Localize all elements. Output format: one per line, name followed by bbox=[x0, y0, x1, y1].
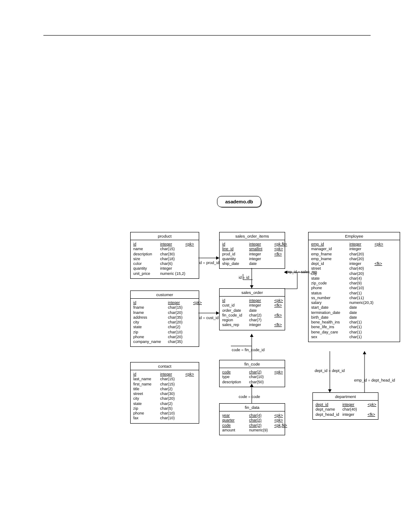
column-row: namechar(15) bbox=[133, 247, 196, 251]
column-name: dept_id bbox=[311, 261, 349, 266]
column-name: status bbox=[311, 291, 349, 296]
column-row: birth_datedate bbox=[311, 315, 397, 320]
entity-columns: idinteger<pk>namechar(15)descriptionchar… bbox=[131, 240, 199, 278]
column-name: start_date bbox=[311, 305, 349, 310]
column-key bbox=[274, 375, 287, 379]
column-key: <pk> bbox=[274, 370, 287, 375]
column-key: <fk> bbox=[368, 412, 381, 417]
column-key bbox=[185, 377, 198, 382]
column-name: id bbox=[222, 298, 249, 303]
column-key bbox=[185, 261, 198, 266]
column-key: <pk> bbox=[185, 372, 198, 377]
column-row: manager_idinteger bbox=[311, 247, 397, 251]
column-name: amount bbox=[222, 428, 249, 433]
entity-sales-order-items: sales_order_items idinteger<pk,fk>line_i… bbox=[219, 232, 285, 269]
column-key bbox=[368, 407, 381, 412]
column-name: cust_id bbox=[222, 303, 249, 308]
column-key: <fk> bbox=[274, 323, 287, 327]
column-key: <pk> bbox=[375, 242, 388, 247]
column-type: smallint bbox=[249, 247, 274, 251]
column-row: statuschar(1) bbox=[311, 291, 397, 296]
column-type: integer bbox=[168, 300, 193, 305]
column-type: char(2) bbox=[160, 387, 185, 392]
column-name: year bbox=[222, 413, 249, 418]
column-type: char(20) bbox=[349, 257, 375, 261]
column-key: <pk> bbox=[274, 247, 287, 251]
column-row: sizechar(18) bbox=[133, 257, 196, 261]
column-key bbox=[375, 257, 388, 261]
column-type: char(40) bbox=[342, 407, 368, 412]
column-type: numeric(9) bbox=[249, 428, 274, 433]
column-row: regionchar(7) bbox=[222, 318, 282, 323]
column-row: zipchar(10) bbox=[133, 330, 196, 335]
column-key bbox=[185, 271, 198, 276]
column-name: address bbox=[133, 315, 168, 320]
column-key bbox=[375, 281, 388, 286]
column-type: char(7) bbox=[249, 318, 274, 323]
column-row: citychar(20) bbox=[311, 271, 397, 276]
column-row: bene_life_inschar(1) bbox=[311, 325, 397, 330]
column-type: char(10) bbox=[349, 286, 375, 290]
column-row: codechar(2)<pk> bbox=[222, 370, 282, 375]
column-name: fname bbox=[133, 305, 168, 310]
column-name: color bbox=[133, 261, 160, 266]
column-row: cust_idinteger<fk> bbox=[222, 303, 282, 308]
column-key: <pk,fk> bbox=[274, 423, 287, 428]
column-type: char(10) bbox=[160, 416, 185, 421]
column-key bbox=[185, 416, 198, 421]
entity-fin-data: fin_data yearchar(4)<pk>quarterchar(2)<p… bbox=[219, 403, 285, 435]
column-type: char(1) bbox=[349, 320, 375, 325]
column-type: char(15) bbox=[168, 305, 193, 310]
column-row: phonechar(10) bbox=[133, 411, 196, 416]
entity-contact: contact idinteger<pk>last_namechar(15)fi… bbox=[130, 362, 199, 424]
column-key bbox=[274, 257, 287, 261]
column-key: <pk,fk> bbox=[274, 242, 287, 247]
column-key: <pk> bbox=[274, 413, 287, 418]
column-row: start_datedate bbox=[311, 305, 397, 310]
column-key bbox=[185, 252, 198, 257]
column-type: char(20) bbox=[349, 271, 375, 276]
column-type: char(6) bbox=[160, 261, 185, 266]
column-key bbox=[375, 296, 388, 300]
column-type: integer bbox=[349, 261, 375, 266]
column-type: char(4) bbox=[349, 276, 375, 281]
entity-columns: idinteger<pk,fk>line_idsmallint<pk>prod_… bbox=[220, 240, 285, 268]
column-name: code bbox=[222, 423, 249, 428]
column-row: dept_idinteger<fk> bbox=[311, 261, 397, 266]
column-key bbox=[375, 247, 388, 251]
column-type: date bbox=[349, 315, 375, 320]
column-name: bene_life_ins bbox=[311, 325, 349, 330]
column-name: bene_health_ins bbox=[311, 320, 349, 325]
column-key bbox=[375, 252, 388, 257]
column-key: <fk> bbox=[375, 261, 388, 266]
entity-columns: yearchar(4)<pk>quarterchar(2)<pk>codecha… bbox=[220, 411, 285, 435]
column-key bbox=[185, 406, 198, 411]
column-row: citychar(20) bbox=[133, 396, 196, 401]
column-name: lname bbox=[133, 310, 168, 315]
column-name: emp_id bbox=[311, 242, 349, 247]
column-type: integer bbox=[249, 303, 274, 308]
column-name: state bbox=[133, 325, 168, 330]
entity-columns: idinteger<pk>fnamechar(15)lnamechar(20)a… bbox=[131, 299, 199, 346]
column-key bbox=[375, 305, 388, 310]
column-row: line_idsmallint<pk> bbox=[222, 247, 282, 251]
column-row: prod_idinteger<fk> bbox=[222, 252, 282, 257]
column-row: termination_datedate bbox=[311, 310, 397, 315]
entity-columns: emp_idinteger<pk>manager_idintegeremp_fn… bbox=[309, 240, 400, 342]
column-row: statechar(2) bbox=[133, 401, 196, 406]
column-row: emp_fnamechar(20) bbox=[311, 252, 397, 257]
column-row: colorchar(6) bbox=[133, 261, 196, 266]
column-name: description bbox=[133, 252, 160, 257]
column-type: integer bbox=[160, 266, 185, 271]
column-name: description bbox=[222, 380, 249, 385]
column-name: birth_date bbox=[311, 315, 349, 320]
column-name: line_id bbox=[222, 247, 249, 251]
column-key bbox=[185, 411, 198, 416]
column-row: phonechar(10) bbox=[311, 286, 397, 290]
column-row: idinteger<pk> bbox=[133, 372, 196, 377]
column-key bbox=[375, 291, 388, 296]
column-name: dept_head_id bbox=[315, 412, 342, 417]
relation-label: dept_id = dept_id bbox=[315, 369, 345, 373]
column-row: faxchar(10) bbox=[133, 416, 196, 421]
column-row: phonechar(20) bbox=[133, 335, 196, 339]
